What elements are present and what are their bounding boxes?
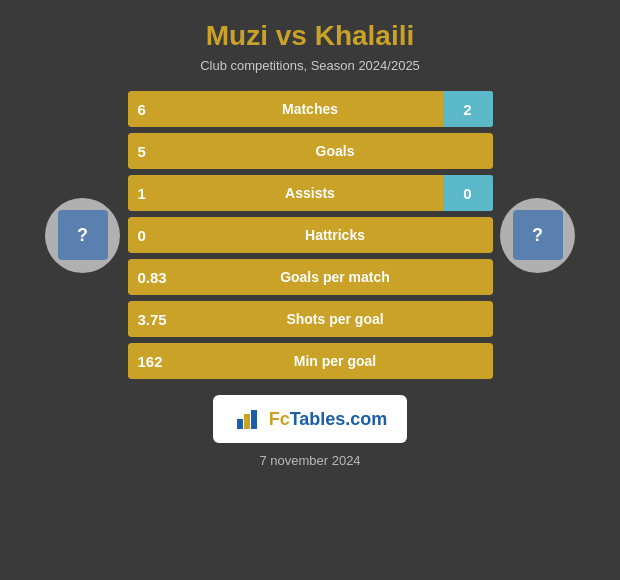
stat-left-value: 6 [128, 101, 178, 118]
stat-label: Goals per match [178, 269, 493, 285]
stat-bar: 0Hattricks [128, 217, 493, 253]
right-player-avatar: ? [493, 198, 583, 273]
stat-row: 5Goals [128, 133, 493, 169]
stat-row: 162Min per goal [128, 343, 493, 379]
left-avatar-circle: ? [45, 198, 120, 273]
svg-rect-1 [237, 419, 243, 429]
stat-bar: 0.83Goals per match [128, 259, 493, 295]
stat-left-value: 0 [128, 227, 178, 244]
stat-row: 0.83Goals per match [128, 259, 493, 295]
stat-label: Hattricks [178, 227, 493, 243]
svg-rect-3 [251, 410, 257, 429]
stat-row: 3.75Shots per goal [128, 301, 493, 337]
svg-rect-2 [244, 414, 250, 429]
right-avatar-placeholder: ? [513, 210, 563, 260]
stat-bar: 3.75Shots per goal [128, 301, 493, 337]
logo-area: FcTables.com [213, 395, 408, 443]
fctables-icon [233, 405, 261, 433]
comparison-card: Muzi vs Khalaili Club competitions, Seas… [0, 0, 620, 580]
logo-text: FcTables.com [269, 409, 388, 430]
stat-row: 0Hattricks [128, 217, 493, 253]
right-avatar-circle: ? [500, 198, 575, 273]
stat-bar: 162Min per goal [128, 343, 493, 379]
footer-date: 7 november 2024 [259, 453, 360, 468]
stat-left-value: 1 [128, 185, 178, 202]
stat-right-value: 2 [443, 91, 493, 127]
stat-left-value: 0.83 [128, 269, 178, 286]
stat-label: Matches [178, 101, 443, 117]
stat-right-value: 0 [443, 175, 493, 211]
stat-bar: 5Goals [128, 133, 493, 169]
left-avatar-placeholder: ? [58, 210, 108, 260]
stat-label: Min per goal [178, 353, 493, 369]
subtitle: Club competitions, Season 2024/2025 [200, 58, 420, 73]
stat-row: 1Assists0 [128, 175, 493, 211]
main-content: ? 6Matches25Goals1Assists00Hattricks0.83… [0, 91, 620, 379]
stat-label: Assists [178, 185, 443, 201]
left-player-avatar: ? [38, 198, 128, 273]
stat-label: Shots per goal [178, 311, 493, 327]
stats-list: 6Matches25Goals1Assists00Hattricks0.83Go… [128, 91, 493, 379]
stat-left-value: 162 [128, 353, 178, 370]
page-title: Muzi vs Khalaili [206, 20, 415, 52]
stat-label: Goals [178, 143, 493, 159]
stat-left-value: 5 [128, 143, 178, 160]
stat-bar: 1Assists0 [128, 175, 493, 211]
stat-bar: 6Matches2 [128, 91, 493, 127]
stat-left-value: 3.75 [128, 311, 178, 328]
stat-row: 6Matches2 [128, 91, 493, 127]
